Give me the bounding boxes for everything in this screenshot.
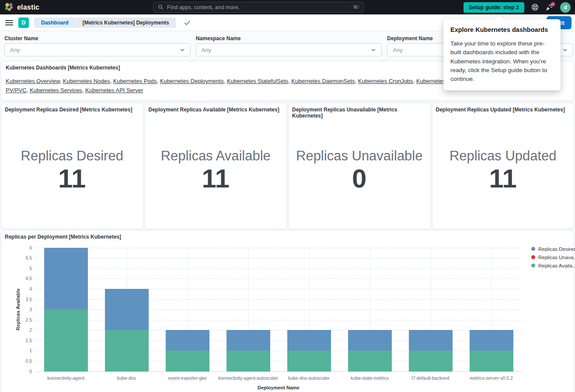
newsfeed-button[interactable] bbox=[546, 3, 553, 11]
x-tick-label: metrics-server-v0.5.2 bbox=[461, 375, 522, 381]
chevron-down-icon bbox=[180, 47, 185, 52]
bar-segment bbox=[44, 248, 88, 310]
legend-label: Replicas Unava... bbox=[538, 255, 575, 260]
metrics-row: Deployment Replicas Desired [Metrics Kub… bbox=[1, 103, 574, 229]
dashboard-link[interactable]: Kubernetes Deployments bbox=[160, 78, 224, 84]
y-tick-label: 6 bbox=[13, 245, 32, 250]
legend-dot-icon bbox=[531, 247, 535, 251]
breadcrumb-current-dashboard[interactable]: [Metrics Kubernetes] Deployments bbox=[74, 17, 176, 28]
x-axis-line bbox=[35, 371, 522, 372]
legend-item[interactable]: Replicas Unava... bbox=[531, 255, 575, 260]
x-tick-label: event-exporter-gke bbox=[157, 375, 218, 381]
dashboard-link[interactable]: Kubernetes CronJobs bbox=[358, 78, 413, 84]
dashboard-link[interactable]: Kubernetes StatefulSets bbox=[227, 78, 288, 84]
y-tick-label: 1 bbox=[13, 348, 32, 353]
y-tick-label: 0.5 bbox=[13, 358, 32, 364]
filter-namespace-name: Namespace NameAny bbox=[196, 35, 382, 56]
filter-value-cluster-name: Any bbox=[10, 47, 180, 53]
legend-label: Replicas Desired bbox=[538, 246, 575, 252]
chart-panel-title: Replicas per Deployment [Metrics Kuberne… bbox=[5, 234, 121, 240]
dashboard-link[interactable]: Kubernetes Pods bbox=[113, 78, 157, 84]
bar-segment bbox=[470, 330, 513, 350]
dashboard-link[interactable]: Kubernetes DaemonSets bbox=[291, 78, 355, 84]
bar-segment bbox=[166, 350, 209, 371]
metric-content: Replicas Available11 bbox=[145, 112, 287, 229]
x-tick-label: kube-state-metrics bbox=[339, 375, 400, 381]
y-tick-label: 1.5 bbox=[13, 338, 32, 343]
bar-segment bbox=[105, 330, 149, 371]
gridline-horizontal bbox=[35, 268, 522, 269]
global-search[interactable]: ⌘/ bbox=[153, 2, 364, 13]
gridline-horizontal bbox=[35, 258, 522, 258]
gridline-horizontal bbox=[35, 248, 522, 248]
gridline-horizontal bbox=[35, 278, 522, 279]
bar-segment bbox=[44, 309, 88, 371]
y-tick-label: 0 bbox=[13, 369, 32, 374]
filter-select-namespace-name[interactable]: Any bbox=[196, 43, 382, 56]
chevron-down-icon bbox=[371, 47, 376, 52]
x-tick-label: kube-dns-autoscaler bbox=[279, 375, 339, 381]
metric-label: Replicas Updated bbox=[450, 148, 557, 164]
metric-value: 11 bbox=[489, 165, 517, 192]
dashboard-link[interactable]: Kubernetes Services bbox=[30, 87, 82, 94]
bar-segment bbox=[470, 350, 513, 371]
metric-value: 0 bbox=[352, 165, 366, 192]
bar-segment bbox=[227, 350, 270, 371]
metric-panel: Deployment Replicas Desired [Metrics Kub… bbox=[1, 103, 143, 229]
bar-segment bbox=[348, 350, 392, 371]
metric-panel: Deployment Replicas Available [Metrics K… bbox=[145, 103, 287, 229]
help-button[interactable] bbox=[531, 3, 539, 11]
tour-popover: Explore Kubernetes dashboards Take your … bbox=[443, 19, 561, 90]
bar-segment bbox=[287, 350, 331, 371]
metric-panel: Deployment Replicas Updated [Metrics Kub… bbox=[432, 103, 575, 229]
global-header: elastic ⌘/ Setup guide: step 2 bbox=[0, 0, 575, 14]
brand-name: elastic bbox=[17, 3, 39, 11]
chart-panel: Replicas per Deployment [Metrics Kuberne… bbox=[1, 230, 574, 392]
user-avatar[interactable]: d bbox=[560, 2, 571, 13]
filter-label-cluster-name: Cluster Name bbox=[4, 35, 191, 42]
filter-value-namespace-name: Any bbox=[202, 47, 371, 53]
search-icon bbox=[158, 4, 164, 10]
bar-segment bbox=[287, 330, 331, 350]
y-tick-label: 5 bbox=[13, 266, 32, 271]
breadcrumb-dashboard[interactable]: Dashboard bbox=[34, 17, 77, 28]
legend-item[interactable]: Replicas Availa... bbox=[531, 263, 575, 268]
x-axis-title: Deployment Name bbox=[35, 385, 522, 390]
dashboard-link[interactable]: Kubernetes Overview bbox=[6, 78, 60, 84]
filter-label-namespace-name: Namespace Name bbox=[196, 35, 382, 42]
metric-content: Replicas Updated11 bbox=[432, 112, 574, 229]
x-tick-label: l7-default-backend bbox=[400, 375, 461, 381]
legend-dot-icon bbox=[531, 264, 535, 267]
popover-title: Explore Kubernetes dashboards bbox=[450, 26, 554, 33]
x-tick-label: konnectivity-agent bbox=[35, 375, 96, 381]
y-axis-title: Replicas Available bbox=[15, 288, 21, 330]
bar-segment bbox=[348, 330, 392, 350]
search-shortcut: ⌘/ bbox=[353, 4, 359, 10]
metric-panel: Deployment Replicas Unavailable [Metrics… bbox=[288, 103, 431, 229]
setup-guide-button[interactable]: Setup guide: step 2 bbox=[463, 2, 524, 13]
bar-segment bbox=[227, 330, 270, 350]
legend-dot-icon bbox=[531, 255, 535, 259]
dashboard-link[interactable]: Kubernetes Nodes bbox=[63, 78, 110, 84]
metric-value: 11 bbox=[58, 165, 86, 192]
legend-item[interactable]: Replicas Desired bbox=[531, 246, 575, 252]
notification-badge bbox=[551, 2, 555, 6]
x-tick-label: konnectivity-agent-autoscaler bbox=[218, 375, 279, 381]
y-tick-label: 4.5 bbox=[13, 276, 32, 281]
metric-value: 11 bbox=[202, 165, 230, 192]
elastic-brand[interactable]: elastic bbox=[4, 3, 39, 12]
chevron-down-icon bbox=[562, 47, 568, 52]
bar-segment bbox=[409, 350, 453, 371]
elastic-logo-icon bbox=[4, 3, 14, 12]
metric-label: Replicas Available bbox=[161, 148, 271, 164]
dashboard-app-badge[interactable]: D bbox=[18, 17, 29, 28]
chart-legend: Replicas DesiredReplicas Unava...Replica… bbox=[531, 246, 575, 268]
menu-button[interactable] bbox=[5, 20, 13, 26]
filter-select-cluster-name[interactable]: Any bbox=[4, 43, 191, 56]
metric-label: Replicas Desired bbox=[21, 148, 123, 164]
metric-content: Replicas Desired11 bbox=[1, 112, 143, 229]
menu-icon bbox=[5, 20, 13, 26]
dashboard-link[interactable]: Kubernetes API Server bbox=[85, 87, 143, 94]
legend-label: Replicas Availa... bbox=[538, 263, 575, 268]
search-input[interactable] bbox=[167, 4, 349, 10]
